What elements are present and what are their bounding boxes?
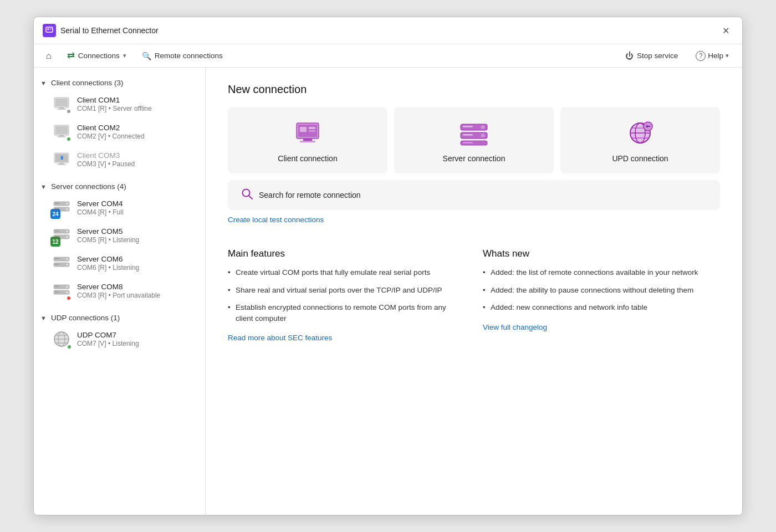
svg-rect-1 [47,28,49,30]
sidebar-item-server-com4[interactable]: 24 Server COM4 COM4 [R] • Full [36,194,203,222]
title-bar-left: Serial to Ethernet Connector [43,24,159,37]
search-remote-connection[interactable]: Search for remote connection [228,180,720,210]
server-com5-badge: 12 [50,237,60,247]
help-button[interactable]: ? Help ▾ [691,49,733,63]
whats-new-item-3: Added: new connections and network info … [483,302,720,313]
client-com3-icon: ⏸ [52,150,72,170]
connections-nav-item[interactable]: ⇄ Connections ▾ [64,48,130,64]
client-com2-status-dot [66,136,72,142]
svg-point-18 [66,203,68,205]
server-com4-icon-wrap: 24 [52,198,72,218]
svg-rect-15 [57,164,66,165]
svg-rect-52 [309,130,315,132]
stop-service-button[interactable]: ⏻ Stop service [621,49,682,63]
sidebar-item-server-com6[interactable]: Server COM6 COM6 [R] • Listening [36,249,203,277]
server-com4-info: Server COM4 COM4 [R] • Full [77,200,194,216]
svg-point-36 [66,286,68,288]
svg-rect-6 [59,108,64,109]
svg-rect-5 [55,99,68,106]
udp-connection-card-label: UPD connection [612,154,668,163]
client-com1-desc: COM1 [R] • Server offline [77,105,194,112]
title-bar: Serial to Ethernet Connector ✕ [34,17,742,44]
help-label: Help [708,52,723,60]
udp-com7-icon-wrap [52,329,72,349]
client-connections-section-header[interactable]: ▼ Client connections (3) [34,74,205,90]
client-connection-icon [292,121,323,147]
app-window: Serial to Ethernet Connector ✕ ⌂ ⇄ Conne… [33,17,743,515]
udp-connections-section-header[interactable]: ▼ UDP connections (1) [34,309,205,325]
svg-point-27 [66,236,68,238]
server-connection-card-label: Server connection [443,154,506,163]
sidebar-item-client-com3[interactable]: ⏸ Client COM3 COM3 [V] • Paused [36,146,203,173]
svg-rect-48 [303,139,312,141]
svg-rect-40 [55,291,59,293]
server-connections-label: Server connections (4) [51,182,126,191]
search-remote-text: Search for remote connection [259,191,361,200]
svg-point-21 [66,208,68,211]
connection-cards: Client connection Server connection [228,107,720,173]
client-connection-card[interactable]: Client connection [228,107,387,173]
sidebar: ▼ Client connections (3) [34,68,206,515]
server-com5-name: Server COM5 [77,227,194,236]
search-remote-icon [241,188,253,202]
server-connection-icon [458,121,489,147]
server-connection-card[interactable]: Server connection [394,107,554,173]
server-com5-info: Server COM5 COM5 [R] • Listening [77,227,194,244]
svg-rect-19 [55,203,59,204]
server-com6-icon [52,253,72,273]
svg-rect-7 [57,109,66,110]
chevron-down-icon-udp: ▼ [40,315,47,321]
svg-text:⏸: ⏸ [59,155,64,161]
app-icon [43,24,56,37]
svg-point-39 [66,291,68,294]
server-com8-name: Server COM8 [77,283,194,291]
close-button[interactable]: ✕ [718,23,733,38]
server-com8-info: Server COM8 COM3 [R] • Port unavailable [77,283,194,299]
sidebar-item-udp-com7[interactable]: UDP COM7 COM7 [V] • Listening [36,325,203,353]
udp-connection-card[interactable]: UPD connection [560,107,720,173]
client-connection-card-label: Client connection [278,154,337,163]
connections-icon: ⇄ [67,50,75,62]
main-features-list: Create virtual COM ports that fully emul… [228,267,465,324]
sidebar-item-client-com1[interactable]: Client COM1 COM1 [R] • Server offline [36,90,203,118]
server-connections-section-header[interactable]: ▼ Server connections (4) [34,178,205,194]
remote-connections-nav-item[interactable]: 🔍 Remote connections [139,49,226,63]
whats-new-item-2: Added: the ability to pause connections … [483,285,720,296]
server-com5-desc: COM5 [R] • Listening [77,236,194,244]
client-com2-desc: COM2 [V] • Connected [77,132,194,140]
create-local-test-connections-link[interactable]: Create local test connections [228,216,324,224]
main-features-title: Main features [228,248,465,259]
svg-rect-55 [463,126,473,127]
client-com3-icon-wrap: ⏸ [52,150,72,170]
svg-rect-58 [463,134,473,136]
svg-rect-3 [50,29,52,30]
client-com1-name: Client COM1 [77,96,194,104]
svg-rect-25 [55,231,59,232]
home-nav-item[interactable]: ⌂ [43,49,55,63]
client-com2-icon-wrap [52,122,72,142]
sidebar-item-server-com5[interactable]: 12 Server COM5 COM5 [R] • Listening [36,222,203,249]
server-com6-icon-wrap [52,253,72,273]
svg-rect-14 [59,163,64,164]
read-more-link[interactable]: Read more about SEC features [228,334,332,342]
client-com3-name: Client COM3 [77,151,194,160]
view-changelog-link[interactable]: View full changelog [483,323,547,331]
svg-rect-9 [55,126,68,134]
help-icon: ? [696,51,706,61]
server-com8-icon-wrap [52,281,72,301]
sidebar-item-server-com8[interactable]: Server COM8 COM3 [R] • Port unavailable [36,277,203,305]
connections-label: Connections [78,52,120,60]
chevron-down-icon-server: ▼ [40,183,47,190]
svg-line-68 [249,196,252,199]
feature-item-3: Establish encrypted connections to remot… [228,302,465,324]
udp-com7-info: UDP COM7 COM7 [V] • Listening [77,331,194,347]
nav-right: ⏻ Stop service ? Help ▾ [621,49,733,63]
feature-item-2: Share real and virtual serial ports over… [228,285,465,296]
svg-rect-31 [55,258,59,259]
app-title: Serial to Ethernet Connector [60,26,159,35]
sidebar-item-client-com2[interactable]: Client COM2 COM2 [V] • Connected [36,118,203,146]
udp-connection-icon [625,121,656,147]
udp-com7-status-dot [67,344,72,350]
svg-point-54 [481,125,485,129]
svg-rect-50 [300,127,307,132]
